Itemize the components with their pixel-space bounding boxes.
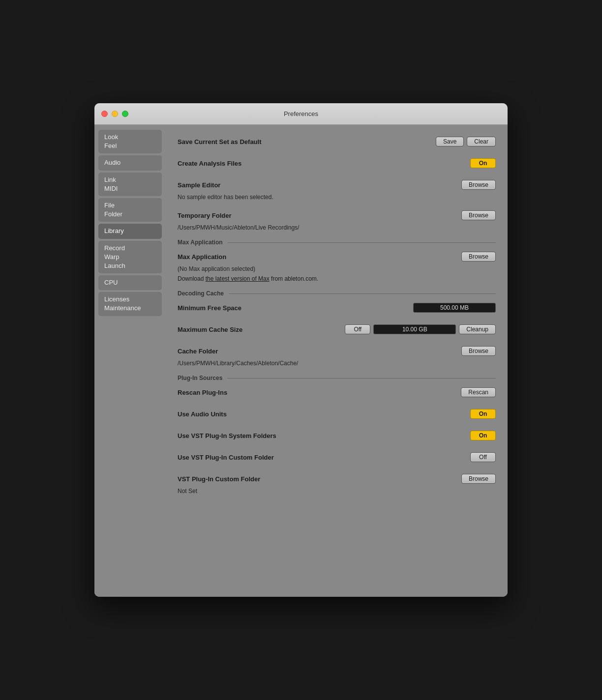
decoding-cache-divider: Decoding Cache: [178, 290, 496, 297]
use-audio-units-toggle[interactable]: On: [470, 409, 496, 419]
save-default-buttons: Save Clear: [436, 137, 496, 146]
cache-folder-path: /Users/PMWH/Library/Caches/Ableton/Cache…: [178, 360, 496, 367]
temporary-folder-browse-button[interactable]: Browse: [461, 210, 496, 220]
vst-custom-folder-browse-button[interactable]: Browse: [461, 474, 496, 484]
save-default-section: Save Current Set as Default Save Clear: [178, 135, 496, 148]
max-cache-size-section: Maximum Cache Size Off Cleanup: [178, 322, 496, 336]
decoding-cache-divider-label: Decoding Cache: [178, 290, 224, 297]
use-audio-units-row: Use Audio Units On: [178, 407, 496, 421]
traffic-lights: [101, 111, 128, 117]
sidebar-item-cpu[interactable]: CPU: [98, 275, 162, 290]
use-vst-custom-toggle[interactable]: Off: [470, 452, 496, 462]
clear-button[interactable]: Clear: [467, 137, 496, 146]
use-vst-system-row: Use VST Plug-In System Folders On: [178, 429, 496, 442]
download-suffix: from ableton.com.: [270, 275, 318, 282]
temporary-folder-path: /Users/PMWH/Music/Ableton/Live Recording…: [178, 224, 496, 231]
cache-folder-row: Cache Folder Browse: [178, 344, 496, 358]
maximize-button[interactable]: [122, 111, 128, 117]
use-audio-units-label: Use Audio Units: [178, 410, 227, 418]
temporary-folder-section: Temporary Folder Browse /Users/PMWH/Musi…: [178, 208, 496, 231]
decoding-cache-divider-line: [229, 293, 496, 294]
min-free-space-row: Minimum Free Space: [178, 301, 496, 315]
max-application-browse-button[interactable]: Browse: [461, 252, 496, 262]
window-content: Look Feel Audio Link MIDI File Folder Li…: [94, 125, 508, 597]
minimize-button[interactable]: [112, 111, 118, 117]
sample-editor-note: No sample editor has been selected.: [178, 194, 496, 201]
use-vst-system-toggle[interactable]: On: [470, 431, 496, 440]
sample-editor-row: Sample Editor Browse: [178, 178, 496, 192]
main-content: Save Current Set as Default Save Clear C…: [166, 125, 508, 597]
vst-custom-folder-row: VST Plug-In Custom Folder Browse: [178, 472, 496, 486]
rescan-plugins-section: Rescan Plug-Ins Rescan: [178, 385, 496, 399]
sidebar: Look Feel Audio Link MIDI File Folder Li…: [94, 125, 166, 597]
download-link[interactable]: the latest version of Max: [206, 275, 270, 282]
max-application-row: Max Application Browse: [178, 250, 496, 263]
rescan-plugins-row: Rescan Plug-Ins Rescan: [178, 385, 496, 399]
save-default-label: Save Current Set as Default: [178, 138, 262, 146]
max-cache-size-buttons: Off Cleanup: [345, 324, 496, 334]
use-vst-custom-label: Use VST Plug-In Custom Folder: [178, 454, 274, 461]
close-button[interactable]: [101, 111, 108, 117]
vst-custom-folder-note: Not Set: [178, 488, 496, 495]
sidebar-item-record-warp-launch[interactable]: Record Warp Launch: [98, 241, 162, 274]
sidebar-item-look-feel[interactable]: Look Feel: [98, 130, 162, 153]
window-title: Preferences: [284, 110, 318, 117]
sample-editor-section: Sample Editor Browse No sample editor ha…: [178, 178, 496, 201]
plugin-sources-divider-line: [227, 378, 496, 379]
vst-custom-folder-label: VST Plug-In Custom Folder: [178, 475, 260, 483]
cache-folder-label: Cache Folder: [178, 348, 218, 355]
sidebar-item-link-midi[interactable]: Link MIDI: [98, 173, 162, 196]
max-cache-size-row: Maximum Cache Size Off Cleanup: [178, 322, 496, 336]
analysis-files-row: Create Analysis Files On: [178, 156, 496, 170]
vst-custom-folder-section: VST Plug-In Custom Folder Browse Not Set: [178, 472, 496, 495]
sidebar-item-licenses-maintenance[interactable]: Licenses Maintenance: [98, 292, 162, 316]
min-free-space-label: Minimum Free Space: [178, 304, 241, 312]
rescan-plugins-label: Rescan Plug-Ins: [178, 389, 227, 396]
cache-folder-browse-button[interactable]: Browse: [461, 346, 496, 356]
analysis-files-toggle[interactable]: On: [470, 158, 496, 168]
max-cache-size-input[interactable]: [373, 324, 456, 334]
use-vst-custom-section: Use VST Plug-In Custom Folder Off: [178, 450, 496, 464]
temporary-folder-row: Temporary Folder Browse: [178, 208, 496, 222]
sidebar-item-library[interactable]: Library: [98, 224, 162, 238]
max-application-section: Max Application Browse (No Max applicati…: [178, 250, 496, 282]
rescan-plugins-button[interactable]: Rescan: [461, 387, 496, 397]
max-application-download: Download the latest version of Max from …: [178, 275, 496, 282]
analysis-files-label: Create Analysis Files: [178, 160, 241, 167]
use-vst-custom-row: Use VST Plug-In Custom Folder Off: [178, 450, 496, 464]
max-cache-size-label: Maximum Cache Size: [178, 326, 242, 333]
temporary-folder-label: Temporary Folder: [178, 212, 232, 219]
max-application-divider-label: Max Application: [178, 239, 223, 246]
preferences-window: Preferences Look Feel Audio Link MIDI Fi…: [94, 103, 508, 597]
plugin-sources-divider-label: Plug-In Sources: [178, 375, 222, 381]
save-default-row: Save Current Set as Default Save Clear: [178, 135, 496, 148]
use-vst-system-label: Use VST Plug-In System Folders: [178, 432, 276, 439]
sidebar-item-file-folder[interactable]: File Folder: [98, 198, 162, 222]
max-application-label: Max Application: [178, 253, 226, 261]
analysis-files-section: Create Analysis Files On: [178, 156, 496, 170]
max-application-note: (No Max application selected): [178, 265, 496, 272]
plugin-sources-divider: Plug-In Sources: [178, 375, 496, 381]
cache-folder-section: Cache Folder Browse /Users/PMWH/Library/…: [178, 344, 496, 367]
max-cache-off-button[interactable]: Off: [345, 324, 370, 334]
sidebar-item-audio[interactable]: Audio: [98, 155, 162, 170]
title-bar: Preferences: [94, 103, 508, 125]
use-vst-system-section: Use VST Plug-In System Folders On: [178, 429, 496, 442]
max-cache-cleanup-button[interactable]: Cleanup: [459, 324, 496, 334]
use-audio-units-section: Use Audio Units On: [178, 407, 496, 421]
sample-editor-browse-button[interactable]: Browse: [461, 180, 496, 190]
max-application-divider: Max Application: [178, 239, 496, 246]
sample-editor-label: Sample Editor: [178, 181, 220, 189]
min-free-space-section: Minimum Free Space: [178, 301, 496, 315]
min-free-space-input[interactable]: [413, 303, 496, 313]
max-application-divider-line: [228, 242, 496, 243]
download-prefix: Download: [178, 275, 206, 282]
save-button[interactable]: Save: [436, 137, 464, 146]
